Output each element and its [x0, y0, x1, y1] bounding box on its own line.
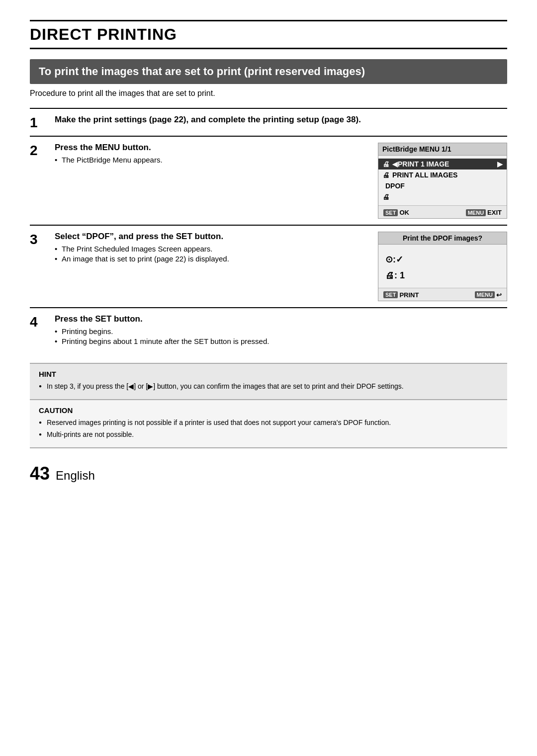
step-3-figure: Print the DPOF images? ⊙:✓ 🖨: 1 SET PRIN…	[378, 232, 507, 301]
menu-item-4-icon: 🖨	[382, 193, 389, 201]
step-3-title: Select “DPOF”, and press the SET button.	[55, 232, 363, 242]
menu-box-body: 🖨 ◀PRINT 1 IMAGE ▶ 🖨 PRINT ALL IMAGES	[378, 156, 507, 205]
step-1-content: Make the print settings (page 22), and c…	[55, 115, 507, 130]
dpof-dialog-box: Print the DPOF images? ⊙:✓ 🖨: 1 SET PRIN…	[378, 232, 507, 301]
step-3-number: 3	[30, 232, 55, 301]
menu-item-3[interactable]: DPOF	[378, 180, 507, 191]
footer-ok-label: OK	[399, 209, 409, 216]
dpof-line1: ⊙:✓	[385, 252, 500, 267]
steps-container: 1 Make the print settings (page 22), and…	[30, 108, 507, 353]
menu-item-2-icon: 🖨	[382, 171, 389, 179]
clock-icon: ⊙	[385, 254, 393, 264]
step-4-bullet-2: Printing begins about 1 minute after the…	[55, 337, 507, 345]
page-language: English	[56, 469, 95, 483]
subtitle: Procedure to print all the images that a…	[30, 89, 507, 98]
section-header: To print the images that are set to prin…	[30, 59, 507, 84]
dpof-footer-back-label: ↩	[496, 291, 502, 299]
step-1-title: Make the print settings (page 22), and c…	[55, 115, 507, 125]
step-4: 4 Press the SET button. Printing begins.…	[30, 307, 507, 353]
hint-text: In step 3, if you press the [◀] or [▶] b…	[39, 381, 498, 392]
step-2-figure: PictBridge MENU 1/1 🖨 ◀PRINT 1 IMAGE ▶ 🖨…	[378, 143, 507, 219]
caution-title: CAUTION	[39, 406, 498, 415]
footer-exit-label: EXIT	[487, 209, 502, 216]
menu-item-1-label: ◀PRINT 1 IMAGE	[392, 160, 449, 168]
dpof-footer-print-label: PRINT	[399, 291, 419, 299]
step-4-content: Press the SET button. Printing begins. P…	[55, 314, 507, 347]
caution-section: CAUTION Reserved images printing is not …	[30, 400, 507, 448]
caution-item-2: Multi-prints are not possible.	[39, 429, 498, 440]
step-3-bullet-1: The Print Scheduled Images Screen appear…	[55, 245, 363, 253]
menu-item-3-label: DPOF	[385, 182, 405, 190]
page-title: DIRECT PRINTING	[30, 25, 177, 43]
pictbridge-menu-box: PictBridge MENU 1/1 🖨 ◀PRINT 1 IMAGE ▶ 🖨…	[378, 143, 507, 219]
step-1: 1 Make the print settings (page 22), and…	[30, 108, 507, 136]
print-icon: 🖨	[385, 270, 394, 280]
footer-exit: MENU EXIT	[466, 209, 502, 216]
hint-body: In step 3, if you press the [◀] or [▶] b…	[39, 381, 498, 392]
caution-item-1: Reserved images printing is not possible…	[39, 418, 498, 428]
dpof-box-footer: SET PRINT MENU ↩	[378, 288, 507, 301]
page-number: 43	[30, 463, 50, 484]
step-2: 2 Press the MENU button. The PictBridge …	[30, 136, 507, 225]
step-3-content: Select “DPOF”, and press the SET button.…	[55, 232, 363, 301]
title-section: DIRECT PRINTING	[30, 20, 507, 49]
dpof-box-title: Print the DPOF images?	[378, 232, 507, 245]
dpof-footer-print: SET PRINT	[383, 291, 419, 299]
section-header-text: To print the images that are set to prin…	[39, 65, 365, 78]
step-2-content: Press the MENU button. The PictBridge Me…	[55, 143, 363, 219]
step-2-number: 2	[30, 143, 55, 219]
step-2-bullets: The PictBridge Menu appears.	[55, 156, 363, 164]
menu-item-1-arrow: ▶	[497, 160, 503, 168]
menu-item-1-icon: 🖨	[382, 160, 389, 168]
step-4-bullets: Printing begins. Printing begins about 1…	[55, 327, 507, 345]
step-2-bullet-1: The PictBridge Menu appears.	[55, 156, 363, 164]
hint-section: HINT In step 3, if you press the [◀] or …	[30, 363, 507, 400]
menu-item-1[interactable]: 🖨 ◀PRINT 1 IMAGE ▶	[378, 159, 507, 169]
footer-exit-badge: MENU	[466, 209, 486, 216]
step-4-number: 4	[30, 314, 55, 347]
dpof-footer-back-badge: MENU	[475, 291, 495, 298]
menu-item-2[interactable]: 🖨 PRINT ALL IMAGES	[378, 169, 507, 180]
step-4-title: Press the SET button.	[55, 314, 507, 324]
step-4-bullet-1: Printing begins.	[55, 327, 507, 336]
menu-box-footer: SET OK MENU EXIT	[378, 205, 507, 218]
page-footer: 43 English	[30, 463, 507, 484]
footer-ok: SET OK	[383, 209, 409, 216]
hint-title: HINT	[39, 370, 498, 378]
footer-ok-badge: SET	[383, 209, 398, 216]
menu-item-2-label: PRINT ALL IMAGES	[392, 171, 457, 179]
caution-body: Reserved images printing is not possible…	[39, 418, 498, 440]
step-2-title: Press the MENU button.	[55, 143, 363, 153]
step-3: 3 Select “DPOF”, and press the SET butto…	[30, 225, 507, 307]
menu-item-4: 🖨	[378, 191, 507, 202]
step-3-bullets: The Print Scheduled Images Screen appear…	[55, 245, 363, 263]
dpof-footer-print-badge: SET	[383, 291, 398, 298]
dpof-footer-back: MENU ↩	[475, 291, 502, 299]
dpof-line2: 🖨: 1	[385, 267, 500, 283]
dpof-box-body: ⊙:✓ 🖨: 1	[378, 245, 507, 288]
menu-box-title: PictBridge MENU 1/1	[378, 143, 507, 156]
step-1-number: 1	[30, 115, 55, 130]
step-3-bullet-2: An image that is set to print (page 22) …	[55, 254, 363, 263]
